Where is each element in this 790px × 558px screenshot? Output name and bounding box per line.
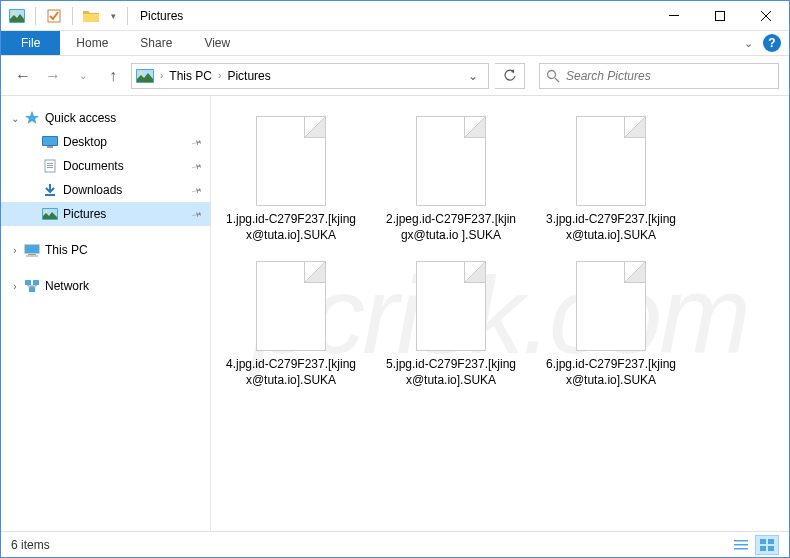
details-view-button[interactable]	[729, 535, 753, 555]
file-item[interactable]: 5.jpg.id-C279F237.[kjingx@tuta.io].SUKA	[381, 257, 521, 392]
up-button[interactable]: ↑	[101, 64, 125, 88]
status-bar: 6 items	[1, 531, 789, 557]
window-controls	[651, 1, 789, 31]
pin-icon: 📌︎	[189, 134, 205, 150]
title-separator	[127, 7, 128, 25]
file-item[interactable]: 3.jpg.id-C279F237.[kjingx@tuta.io].SUKA	[541, 112, 681, 247]
titlebar: ▾ Pictures	[1, 1, 789, 31]
file-item[interactable]: 1.jpg.id-C279F237.[kjingx@tuta.io].SUKA	[221, 112, 361, 247]
search-icon	[546, 69, 560, 83]
breadcrumb-this-pc[interactable]: This PC	[169, 69, 212, 83]
svg-rect-5	[716, 11, 725, 20]
chevron-right-icon[interactable]: ›	[7, 245, 23, 256]
qat-separator	[72, 7, 73, 25]
blank-file-icon	[576, 116, 646, 206]
file-name: 2.jpeg.id-C279F237.[kjingx@tuta.io ].SUK…	[385, 212, 517, 243]
back-button[interactable]: ←	[11, 64, 35, 88]
window-title: Pictures	[140, 9, 183, 23]
file-name: 1.jpg.id-C279F237.[kjingx@tuta.io].SUKA	[225, 212, 357, 243]
pin-icon: 📌︎	[189, 158, 205, 174]
svg-rect-34	[768, 546, 774, 551]
file-tab[interactable]: File	[1, 31, 60, 55]
blank-file-icon	[256, 116, 326, 206]
svg-rect-12	[47, 146, 53, 148]
file-item[interactable]: 2.jpeg.id-C279F237.[kjingx@tuta.io ].SUK…	[381, 112, 521, 247]
pictures-icon	[41, 206, 59, 222]
pictures-folder-icon	[136, 69, 154, 83]
address-bar-row: ← → ⌄ ↑ › This PC › Pictures ⌄	[1, 56, 789, 96]
sidebar-item-label: This PC	[45, 243, 88, 257]
chevron-right-icon[interactable]: ›	[218, 70, 221, 81]
svg-rect-33	[760, 546, 766, 551]
refresh-button[interactable]	[495, 63, 525, 89]
tab-home[interactable]: Home	[60, 31, 124, 55]
minimize-button[interactable]	[651, 1, 697, 31]
blank-file-icon	[256, 261, 326, 351]
sidebar-item-label: Downloads	[63, 183, 122, 197]
address-dropdown-icon[interactable]: ⌄	[462, 69, 484, 83]
close-button[interactable]	[743, 1, 789, 31]
documents-icon	[41, 158, 59, 174]
blank-file-icon	[576, 261, 646, 351]
item-count: 6 items	[11, 538, 50, 552]
svg-rect-17	[45, 194, 55, 196]
svg-rect-15	[47, 165, 53, 166]
sidebar-item-network[interactable]: › Network	[1, 274, 210, 298]
svg-rect-16	[47, 167, 53, 168]
qat-dropdown-icon[interactable]: ▾	[107, 6, 119, 26]
file-item[interactable]: 6.jpg.id-C279F237.[kjingx@tuta.io].SUKA	[541, 257, 681, 392]
tab-share[interactable]: Share	[124, 31, 188, 55]
sidebar-item-quick-access[interactable]: ⌄ Quick access	[1, 106, 210, 130]
svg-rect-27	[29, 287, 35, 292]
svg-rect-24	[26, 255, 38, 257]
pin-icon: 📌︎	[189, 206, 205, 222]
blank-file-icon	[416, 261, 486, 351]
svg-rect-30	[734, 548, 748, 550]
chevron-right-icon[interactable]: ›	[7, 281, 23, 292]
sidebar-item-label: Documents	[63, 159, 124, 173]
breadcrumb[interactable]: › This PC › Pictures ⌄	[131, 63, 489, 89]
star-icon	[23, 110, 41, 126]
pictures-app-icon	[7, 6, 27, 26]
breadcrumb-pictures[interactable]: Pictures	[227, 69, 270, 83]
file-name: 5.jpg.id-C279F237.[kjingx@tuta.io].SUKA	[385, 357, 517, 388]
chevron-down-icon[interactable]: ⌄	[7, 113, 23, 124]
sidebar-item-desktop[interactable]: Desktop 📌︎	[1, 130, 210, 154]
qat-separator	[35, 7, 36, 25]
blank-file-icon	[416, 116, 486, 206]
properties-icon[interactable]	[44, 6, 64, 26]
tab-view[interactable]: View	[188, 31, 246, 55]
sidebar-item-label: Pictures	[63, 207, 106, 221]
file-name: 3.jpg.id-C279F237.[kjingx@tuta.io].SUKA	[545, 212, 677, 243]
chevron-right-icon[interactable]: ›	[160, 70, 163, 81]
sidebar-item-pictures[interactable]: Pictures 📌︎	[1, 202, 210, 226]
large-icons-view-button[interactable]	[755, 535, 779, 555]
sidebar-item-this-pc[interactable]: › This PC	[1, 238, 210, 262]
file-item[interactable]: 4.jpg.id-C279F237.[kjingx@tuta.io].SUKA	[221, 257, 361, 392]
main-area: ⌄ Quick access Desktop 📌︎ Documents 📌︎ D…	[1, 96, 789, 531]
ribbon-expand-icon[interactable]: ⌄	[744, 37, 753, 50]
forward-button[interactable]: →	[41, 64, 65, 88]
svg-rect-25	[25, 280, 31, 285]
pc-icon	[23, 242, 41, 258]
search-input[interactable]	[566, 69, 772, 83]
recent-dropdown-icon[interactable]: ⌄	[71, 64, 95, 88]
svg-rect-31	[760, 539, 766, 544]
svg-point-20	[45, 210, 47, 212]
svg-point-9	[548, 70, 556, 78]
quick-access-toolbar: ▾ Pictures	[1, 6, 183, 26]
network-icon	[23, 278, 41, 294]
sidebar-item-documents[interactable]: Documents 📌︎	[1, 154, 210, 178]
sidebar-item-label: Network	[45, 279, 89, 293]
svg-rect-14	[47, 163, 53, 164]
maximize-button[interactable]	[697, 1, 743, 31]
search-box[interactable]	[539, 63, 779, 89]
sidebar-item-label: Quick access	[45, 111, 116, 125]
svg-rect-26	[33, 280, 39, 285]
content-pane[interactable]: pcrisk.com 1.jpg.id-C279F237.[kjingx@tut…	[211, 96, 789, 531]
view-switcher	[729, 535, 779, 555]
folder-qat-icon[interactable]	[81, 6, 101, 26]
sidebar-item-downloads[interactable]: Downloads 📌︎	[1, 178, 210, 202]
help-icon[interactable]: ?	[763, 34, 781, 52]
navigation-pane: ⌄ Quick access Desktop 📌︎ Documents 📌︎ D…	[1, 96, 211, 531]
